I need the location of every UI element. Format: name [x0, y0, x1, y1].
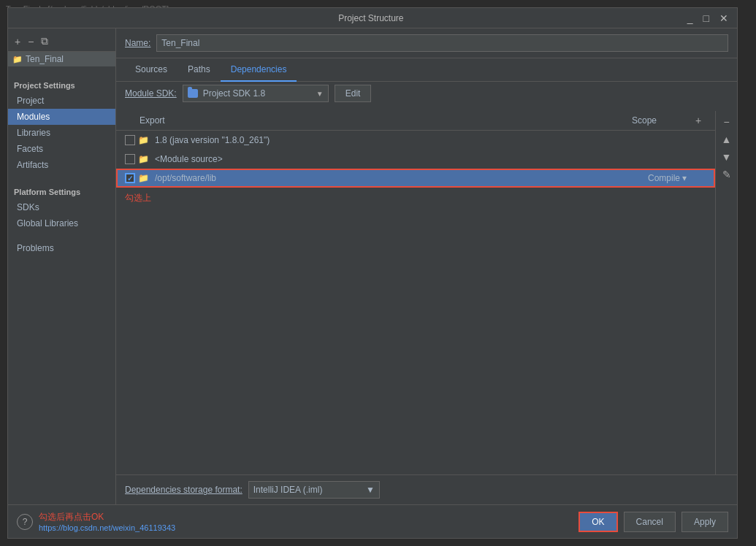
- right-actions: − ▲ ▼ ✎: [715, 111, 737, 474]
- dep-folder-icon-jdk: 📁: [138, 135, 149, 145]
- tabs-row: Sources Paths Dependencies: [116, 58, 737, 82]
- storage-format-row: Dependencies storage format: IntelliJ ID…: [116, 474, 737, 504]
- sidebar: + − ⧉ 📁 Ten_Final Project Settings Proje…: [8, 28, 116, 504]
- sidebar-item-libraries[interactable]: Libraries: [8, 125, 115, 141]
- apply-button[interactable]: Apply: [681, 512, 728, 532]
- storage-format-dropdown[interactable]: IntelliJ IDEA (.iml) ▼: [248, 481, 380, 499]
- move-down-button[interactable]: ▼: [719, 149, 735, 165]
- name-row: Name:: [116, 28, 737, 58]
- dep-checkbox-module-source[interactable]: [125, 154, 135, 164]
- dep-row-jdk[interactable]: 📁 1.8 (java version "1.8.0_261"): [116, 131, 715, 150]
- remove-dep-button[interactable]: −: [719, 114, 735, 130]
- edit-sdk-button[interactable]: Edit: [335, 85, 372, 102]
- name-label: Name:: [125, 38, 150, 48]
- dep-folder-icon-lib: 📁: [138, 173, 149, 183]
- footer-left-area: 勾选后再点击OK https://blog.csdn.net/weixin_46…: [39, 511, 175, 532]
- dep-row-module-source[interactable]: 📁 <Module source>: [116, 150, 715, 169]
- minimize-button[interactable]: _: [684, 13, 696, 23]
- platform-settings-label: Platform Settings: [8, 182, 115, 199]
- module-icon: 📁: [12, 55, 23, 64]
- cancel-button[interactable]: Cancel: [624, 512, 676, 532]
- tab-dependencies[interactable]: Dependencies: [221, 58, 297, 82]
- sidebar-toolbar: + − ⧉: [8, 31, 115, 52]
- deps-table-area: Export Scope + 📁 1.8 (java version "1: [116, 111, 737, 474]
- sidebar-item-facets[interactable]: Facets: [8, 141, 115, 157]
- dep-folder-icon-module: 📁: [138, 154, 149, 164]
- sidebar-item-problems[interactable]: Problems: [8, 240, 115, 256]
- sdk-folder-icon: [188, 89, 198, 98]
- project-settings-label: Project Settings: [8, 75, 115, 93]
- close-button[interactable]: ✕: [717, 13, 731, 23]
- deps-list: 📁 1.8 (java version "1.8.0_261") 📁 <Modu…: [116, 131, 715, 474]
- dep-checkbox-lib[interactable]: [125, 173, 135, 183]
- restore-button[interactable]: □: [700, 13, 712, 23]
- sdk-dropdown-arrow-icon: ▼: [316, 90, 324, 98]
- module-name: Ten_Final: [26, 54, 64, 64]
- sdk-dropdown-text: Project SDK 1.8: [203, 88, 313, 99]
- name-input[interactable]: [156, 34, 728, 52]
- deps-export-header: Export: [140, 115, 632, 126]
- watermark: https://blog.csdn.net/weixin_46119343: [39, 523, 175, 532]
- edit-dep-button[interactable]: ✎: [719, 166, 735, 182]
- main-content: Name: Sources Paths Dependencies Module …: [116, 28, 737, 504]
- remove-module-button[interactable]: −: [26, 35, 36, 48]
- sdk-content: Module SDK: Project SDK 1.8 ▼ Edit Ex: [116, 82, 737, 504]
- dep-checkbox-jdk[interactable]: [125, 135, 135, 145]
- dep-scope-text: Compile: [648, 173, 680, 183]
- deps-scope-header: Scope: [632, 115, 690, 126]
- title-bar-controls: _ □ ✕: [684, 13, 731, 23]
- sdk-row: Module SDK: Project SDK 1.8 ▼ Edit: [116, 82, 737, 105]
- dep-annotation: 勾选上: [116, 188, 715, 209]
- dep-row-lib[interactable]: 📁 /opt/software/lib Compile ▾: [116, 169, 715, 188]
- dep-name-lib: /opt/software/lib: [155, 173, 645, 183]
- add-module-button[interactable]: +: [12, 35, 23, 48]
- project-structure-dialog: Project Structure _ □ ✕ + − ⧉ 📁 Ten_Fina…: [7, 7, 738, 539]
- deps-table-header: Export Scope +: [116, 111, 715, 131]
- sidebar-item-global-libraries[interactable]: Global Libraries: [8, 215, 115, 231]
- ok-button[interactable]: OK: [579, 512, 617, 532]
- sidebar-item-modules[interactable]: Modules: [8, 109, 115, 125]
- dep-scope-lib: Compile ▾: [648, 173, 706, 183]
- help-button[interactable]: ?: [17, 514, 33, 530]
- footer-annotation: 勾选后再点击OK: [39, 511, 175, 523]
- add-dep-button[interactable]: +: [690, 112, 706, 128]
- sidebar-item-artifacts[interactable]: Artifacts: [8, 157, 115, 173]
- title-bar: Project Structure _ □ ✕: [8, 8, 737, 28]
- footer-left: ? 勾选后再点击OK https://blog.csdn.net/weixin_…: [17, 511, 175, 532]
- sidebar-item-project[interactable]: Project: [8, 93, 115, 109]
- tab-paths[interactable]: Paths: [177, 58, 221, 82]
- dialog-body: + − ⧉ 📁 Ten_Final Project Settings Proje…: [8, 28, 737, 504]
- footer-right: OK Cancel Apply: [579, 512, 728, 532]
- dep-scope-arrow-icon: ▾: [682, 173, 687, 183]
- storage-format-label: Dependencies storage format:: [125, 485, 243, 495]
- copy-module-button[interactable]: ⧉: [39, 34, 50, 48]
- move-up-button[interactable]: ▲: [719, 131, 735, 147]
- sdk-label: Module SDK:: [125, 88, 177, 99]
- dep-name-jdk: 1.8 (java version "1.8.0_261"): [155, 135, 706, 145]
- sidebar-item-sdks[interactable]: SDKs: [8, 199, 115, 215]
- module-ten-final[interactable]: 📁 Ten_Final: [8, 52, 115, 66]
- dialog-title: Project Structure: [58, 13, 684, 23]
- dialog-footer: ? 勾选后再点击OK https://blog.csdn.net/weixin_…: [8, 504, 737, 538]
- tab-sources[interactable]: Sources: [125, 58, 177, 82]
- storage-format-value: IntelliJ IDEA (.iml): [253, 485, 363, 495]
- dep-name-module-source: <Module source>: [155, 154, 706, 164]
- sdk-dropdown[interactable]: Project SDK 1.8 ▼: [183, 85, 329, 102]
- storage-dropdown-arrow-icon: ▼: [366, 485, 375, 495]
